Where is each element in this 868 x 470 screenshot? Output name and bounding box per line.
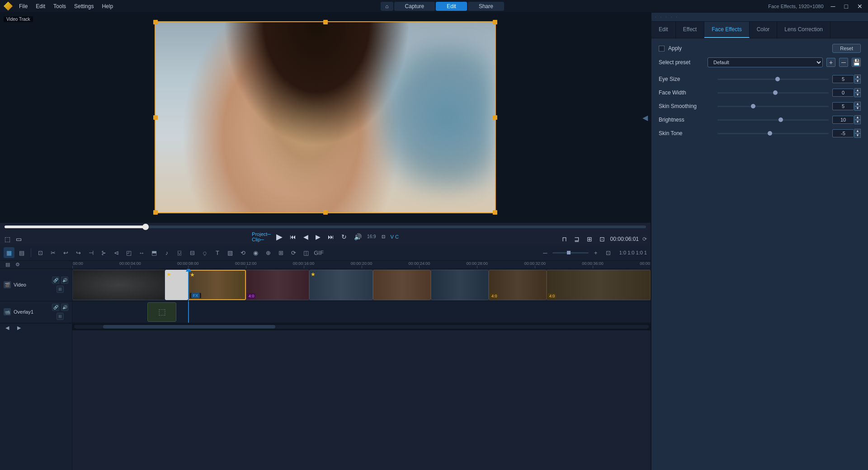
slider-thumb-3[interactable] bbox=[778, 118, 783, 122]
scrollbar-track[interactable] bbox=[74, 325, 649, 329]
value-input-3[interactable] bbox=[832, 116, 854, 124]
spin-down-2[interactable]: ▼ bbox=[854, 106, 861, 111]
tl-detect-btn[interactable]: ◫ bbox=[301, 247, 311, 258]
tl-split-btn[interactable]: ⊱ bbox=[98, 247, 109, 258]
tl-redo-btn[interactable]: ↪ bbox=[73, 247, 84, 258]
resolution-btn[interactable]: ⊡ bbox=[380, 233, 387, 240]
clip-9[interactable]: 4:0 bbox=[547, 270, 651, 300]
tl-overlay-btn[interactable]: ⬒ bbox=[149, 247, 160, 258]
aspect-btn[interactable]: ▭ bbox=[14, 235, 24, 244]
progress-thumb[interactable] bbox=[142, 224, 149, 230]
tl-crop-btn[interactable]: ◰ bbox=[123, 247, 134, 258]
tl-group-btn[interactable]: ⊞ bbox=[275, 247, 286, 258]
slider-track-0[interactable] bbox=[717, 79, 829, 80]
tl-audio-btn[interactable]: ♪ bbox=[161, 247, 172, 258]
tab-face-effects[interactable]: Face Effects bbox=[704, 22, 749, 38]
overlay-audio-btn[interactable]: 🔊 bbox=[61, 304, 68, 311]
save-frame[interactable]: ⊡ bbox=[598, 235, 607, 244]
tab-edit[interactable]: Edit bbox=[651, 22, 676, 38]
zoom-thumb[interactable] bbox=[567, 251, 571, 254]
spin-up-4[interactable]: ▲ bbox=[854, 129, 861, 133]
tl-chapter-btn[interactable]: ⊕ bbox=[263, 247, 274, 258]
tl-motion-btn[interactable]: ▧ bbox=[225, 247, 236, 258]
clip-6[interactable] bbox=[373, 270, 431, 300]
slider-track-4[interactable] bbox=[717, 133, 829, 134]
nav-capture-button[interactable]: Capture bbox=[394, 2, 435, 11]
tl-transition-btn[interactable]: ⊟ bbox=[187, 247, 198, 258]
tl-timeline-btn[interactable]: ▤ bbox=[16, 247, 27, 258]
progress-bar[interactable] bbox=[5, 226, 646, 228]
spin-up-1[interactable]: ▲ bbox=[854, 88, 861, 93]
slider-track-3[interactable] bbox=[717, 119, 829, 121]
tab-effect[interactable]: Effect bbox=[676, 22, 704, 38]
handle-bottom-mid[interactable] bbox=[323, 210, 328, 215]
slider-thumb-0[interactable] bbox=[775, 77, 780, 81]
menu-edit[interactable]: Edit bbox=[32, 2, 49, 10]
snap-btn[interactable]: ⊞ bbox=[585, 235, 594, 244]
minimize-button[interactable]: ─ bbox=[829, 3, 837, 10]
nav-share-button[interactable]: Share bbox=[468, 2, 504, 11]
zoom-in-btn[interactable]: + bbox=[590, 247, 601, 258]
volume-button[interactable]: 🔊 bbox=[352, 232, 363, 241]
menu-tools[interactable]: Tools bbox=[50, 2, 70, 10]
nav-edit-button[interactable]: Edit bbox=[436, 2, 467, 11]
goto-end-button[interactable]: ⏭ bbox=[326, 232, 336, 241]
tl-stabilize-btn[interactable]: ⟳ bbox=[288, 247, 299, 258]
prev-frame-button[interactable]: ◀ bbox=[302, 232, 310, 241]
slider-track-1[interactable] bbox=[717, 92, 829, 94]
play-button[interactable]: ▶ bbox=[274, 231, 284, 243]
clip-7[interactable] bbox=[431, 270, 489, 300]
handle-left-mid[interactable] bbox=[153, 115, 158, 120]
zoom-slider[interactable] bbox=[552, 252, 589, 254]
spin-down-1[interactable]: ▼ bbox=[854, 93, 861, 97]
spin-down-0[interactable]: ▼ bbox=[854, 79, 861, 84]
nav-left-btn[interactable]: ◀ bbox=[2, 322, 13, 333]
handle-bottom-right[interactable] bbox=[493, 210, 497, 215]
maximize-button[interactable]: □ bbox=[843, 3, 850, 10]
reset-button[interactable]: Reset bbox=[832, 44, 861, 53]
clip-4[interactable]: 4:0 bbox=[246, 270, 310, 300]
tl-undo-btn[interactable]: ↩ bbox=[60, 247, 71, 258]
tl-media-btn[interactable]: ⊡ bbox=[35, 247, 46, 258]
track-options-btn[interactable]: ⚙ bbox=[14, 261, 22, 269]
clip-8[interactable]: 4:0 bbox=[489, 270, 547, 300]
tl-marker-btn[interactable]: ◉ bbox=[250, 247, 261, 258]
preset-add-btn[interactable]: + bbox=[826, 58, 835, 67]
clip-2[interactable]: ★ bbox=[165, 270, 188, 300]
slider-thumb-2[interactable] bbox=[751, 104, 755, 108]
goto-start-button[interactable]: ⏮ bbox=[288, 232, 298, 241]
value-input-0[interactable] bbox=[832, 75, 854, 83]
preset-remove-btn[interactable]: ─ bbox=[839, 58, 848, 67]
crop-btn[interactable]: ⬚ bbox=[3, 235, 12, 244]
tl-cut-btn[interactable]: ✂ bbox=[47, 247, 58, 258]
loop-button[interactable]: ↻ bbox=[340, 232, 349, 241]
tl-ripple-btn[interactable]: ⊲ bbox=[111, 247, 122, 258]
preset-save-btn[interactable]: 💾 bbox=[852, 58, 861, 67]
tl-color-btn[interactable]: ⍜ bbox=[199, 247, 210, 258]
mark-in[interactable]: ⊓ bbox=[560, 235, 569, 244]
clip-5[interactable]: ★ bbox=[309, 270, 373, 300]
tl-trim-btn[interactable]: ⊣ bbox=[85, 247, 96, 258]
apply-checkbox[interactable] bbox=[659, 46, 665, 52]
value-input-4[interactable] bbox=[832, 129, 854, 137]
menu-help[interactable]: Help bbox=[98, 2, 117, 10]
tl-speed-btn[interactable]: ↔ bbox=[136, 247, 147, 258]
value-input-1[interactable] bbox=[832, 89, 854, 97]
spin-up-3[interactable]: ▲ bbox=[854, 115, 861, 120]
clip-3[interactable]: ★ FX bbox=[188, 270, 246, 300]
handle-top-mid[interactable] bbox=[323, 20, 328, 24]
clip-1[interactable] bbox=[72, 270, 165, 300]
spin-down-4[interactable]: ▼ bbox=[854, 133, 861, 138]
spin-up-2[interactable]: ▲ bbox=[854, 102, 861, 106]
nav-home-button[interactable]: ⌂ bbox=[381, 2, 393, 11]
tl-fx-btn[interactable]: ⍌ bbox=[174, 247, 185, 258]
value-input-2[interactable] bbox=[832, 102, 854, 110]
collapse-right-btn[interactable]: ◀ bbox=[642, 113, 648, 122]
handle-top-right[interactable] bbox=[493, 20, 497, 24]
video-link-btn[interactable]: 🔗 bbox=[52, 277, 59, 284]
spin-down-3[interactable]: ▼ bbox=[854, 120, 861, 124]
tl-gif-btn[interactable]: GIF bbox=[313, 247, 324, 258]
overlay-lock-btn[interactable]: ⊞ bbox=[57, 313, 64, 320]
preset-select[interactable]: Default Custom 1 Natural bbox=[708, 57, 823, 67]
slider-thumb-1[interactable] bbox=[773, 90, 778, 95]
